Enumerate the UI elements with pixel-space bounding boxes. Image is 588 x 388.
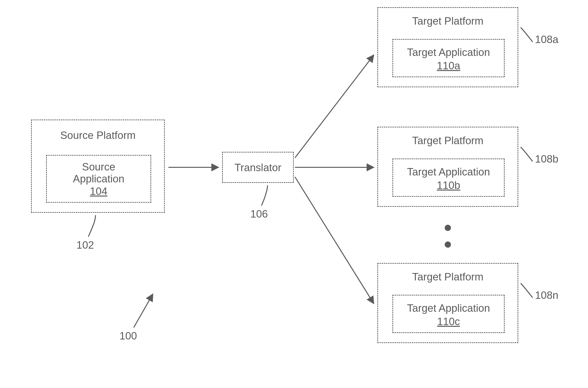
leader-100 [134, 294, 153, 328]
diagram-canvas: Source Platform Source Application 104 1… [0, 0, 588, 388]
target-n-ref: 108n [535, 289, 558, 301]
target-b-app-ref: 110b [437, 179, 460, 191]
source-app-label-1: Source [82, 161, 115, 173]
leader-108b [521, 147, 533, 161]
translator-box: Translator [222, 152, 294, 183]
target-a-app-label: Target Application [407, 46, 490, 58]
arrow-translator-to-target-n [295, 177, 374, 304]
figure-ref: 100 [119, 330, 137, 342]
source-platform-title: Source Platform [60, 129, 135, 141]
translator-ref: 106 [250, 208, 268, 220]
target-a-app-box: Target Application 110a [392, 39, 505, 77]
target-a-ref: 108a [535, 33, 558, 46]
target-a-title: Target Platform [412, 15, 483, 27]
target-n-title: Target Platform [412, 271, 483, 283]
source-application-box: Source Application 104 [46, 155, 151, 203]
target-b-ref: 108b [535, 153, 558, 165]
leader-102 [88, 215, 96, 237]
translator-label: Translator [235, 162, 281, 173]
source-platform-ref: 102 [76, 239, 94, 251]
target-platform-a-box: Target Platform Target Application 110a [377, 7, 518, 87]
leader-106 [261, 185, 267, 206]
target-a-app-ref: 110a [437, 60, 460, 72]
ellipsis-dot [445, 225, 451, 231]
source-app-label-2: Application [73, 173, 124, 185]
target-platform-b-box: Target Platform Target Application 110b [377, 127, 518, 207]
source-app-ref: 104 [90, 185, 107, 197]
target-platform-n-box: Target Platform Target Application 110c [377, 263, 518, 343]
target-b-title: Target Platform [412, 135, 483, 146]
target-n-app-label: Target Application [407, 302, 490, 314]
target-b-app-box: Target Application 110b [392, 159, 505, 197]
target-n-app-box: Target Application 110c [392, 295, 505, 333]
arrow-translator-to-target-a [295, 55, 374, 158]
source-platform-box: Source Platform Source Application 104 [31, 120, 165, 213]
ellipsis-dot [445, 242, 451, 248]
leader-108a [521, 27, 533, 42]
target-b-app-label: Target Application [407, 166, 490, 178]
target-n-app-ref: 110c [437, 315, 460, 328]
leader-108n [521, 283, 533, 298]
